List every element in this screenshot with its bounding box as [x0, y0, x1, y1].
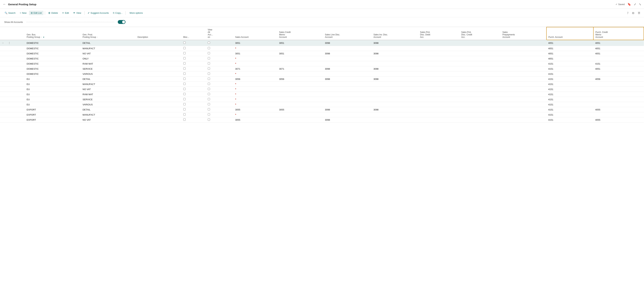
- view-all-checkbox[interactable]: [206, 51, 234, 56]
- row-context-menu[interactable]: [6, 117, 25, 122]
- suggest-accounts-button[interactable]: ✔ Suggest Accounts: [86, 11, 110, 15]
- row-context-menu[interactable]: [6, 102, 25, 107]
- row-context-menu[interactable]: [6, 71, 25, 77]
- table-row[interactable]: EXPORTNO VAT3055309841514055: [0, 117, 644, 122]
- view-all-checkbox[interactable]: [206, 66, 234, 71]
- table-row[interactable]: EUDETAIL305630563098309841514056: [0, 77, 644, 82]
- col-sales-credit[interactable]: Sales CreditMemoAccount: [277, 27, 323, 40]
- bloc-checkbox[interactable]: [182, 97, 206, 102]
- row-context-menu[interactable]: [6, 112, 25, 117]
- share-button[interactable]: ⤢: [634, 3, 636, 6]
- col-sales-pmt-debit[interactable]: Sales Pmt.Disc. DebitAcc.: [418, 27, 460, 40]
- list-view-button[interactable]: ☰: [637, 11, 641, 15]
- bloc-checkbox[interactable]: [182, 92, 206, 97]
- col-sales-account[interactable]: Sales Account: [234, 27, 277, 40]
- table-row[interactable]: DOMESTICRAW MAT*41514151: [0, 61, 644, 66]
- table-row[interactable]: EUMANUFACT*4151: [0, 82, 644, 87]
- table-container[interactable]: Gen. Bus.Posting Group ↑ ▼ Gen. Prod.Pos…: [0, 27, 644, 293]
- row-context-menu[interactable]: [6, 97, 25, 102]
- table-row[interactable]: →⋮DOMESTICDETAIL305130513098309840514051: [0, 40, 644, 46]
- row-context-menu[interactable]: [6, 46, 25, 51]
- copy-button[interactable]: ⎘ Copy...: [111, 11, 124, 15]
- bloc-checkbox[interactable]: [182, 107, 206, 112]
- col-gen-prod-posting[interactable]: Gen. Prod.Posting Group ↑: [81, 27, 136, 40]
- table-row[interactable]: DOMESTICONLY*4051: [0, 56, 644, 61]
- col-bloc[interactable]: Bloc...: [182, 27, 206, 40]
- row-context-menu[interactable]: [6, 87, 25, 92]
- bloc-checkbox[interactable]: [182, 71, 206, 77]
- view-all-checkbox[interactable]: [206, 112, 234, 117]
- purch-credit-memo: 4055: [594, 107, 644, 112]
- table-row[interactable]: DOMESTICSERVICE307130713098309841514051: [0, 66, 644, 71]
- filter-icon-button[interactable]: ⊟: [631, 11, 636, 15]
- bloc-checkbox[interactable]: [182, 87, 206, 92]
- view-all-checkbox[interactable]: [206, 61, 234, 66]
- row-context-menu[interactable]: [6, 107, 25, 112]
- row-context-menu[interactable]: [6, 82, 25, 87]
- share-icon-button[interactable]: ⤴: [626, 11, 630, 15]
- table-row[interactable]: EUSERVICE*4151: [0, 97, 644, 102]
- bookmark-button[interactable]: 🔖: [628, 3, 631, 6]
- view-all-checkbox[interactable]: [206, 102, 234, 107]
- more-options-button[interactable]: More options: [128, 11, 144, 15]
- row-context-menu[interactable]: [6, 51, 25, 56]
- bloc-checkbox[interactable]: [182, 112, 206, 117]
- row-context-menu[interactable]: [6, 92, 25, 97]
- edit-button[interactable]: ✏ Edit: [60, 11, 71, 15]
- col-view-all[interactable]: ViewAllAcc...on: [206, 27, 234, 40]
- view-button[interactable]: 👁 View: [71, 11, 83, 15]
- context-menu-button[interactable]: ⋮: [8, 41, 11, 45]
- view-all-checkbox[interactable]: [206, 92, 234, 97]
- purch-account: 4051: [546, 51, 594, 56]
- col-sales-prepayments[interactable]: SalesPrepaymentsAccount: [501, 27, 546, 40]
- view-all-checkbox[interactable]: [206, 71, 234, 77]
- search-button[interactable]: 🔍 Search: [3, 11, 17, 15]
- collapse-button[interactable]: ⤡: [639, 3, 641, 6]
- col-sales-inv-disc[interactable]: Sales Inv. Disc.Account: [372, 27, 418, 40]
- table-row[interactable]: EURAW MAT*4151: [0, 92, 644, 97]
- table-row[interactable]: DOMESTICMANUFACT*40514051: [0, 46, 644, 51]
- col-sales-line-disc[interactable]: Sales Line Disc.Account: [323, 27, 372, 40]
- table-row[interactable]: EXPORTMANUFACT*4151: [0, 112, 644, 117]
- bloc-checkbox[interactable]: [182, 77, 206, 82]
- row-context-menu[interactable]: [6, 66, 25, 71]
- bloc-checkbox[interactable]: [182, 82, 206, 87]
- back-button[interactable]: ←: [3, 3, 6, 6]
- bloc-checkbox[interactable]: [182, 51, 206, 56]
- bloc-checkbox[interactable]: [182, 56, 206, 61]
- view-all-checkbox[interactable]: [206, 40, 234, 46]
- bloc-checkbox[interactable]: [182, 46, 206, 51]
- table-row[interactable]: EUNO VAT*4151: [0, 87, 644, 92]
- col-purch-credit[interactable]: Purch. CreditMemoAccount: [594, 27, 644, 40]
- show-all-accounts-toggle[interactable]: [118, 20, 126, 24]
- delete-button[interactable]: 🗑 Delete: [46, 11, 60, 15]
- plus-icon: +: [20, 12, 21, 14]
- view-all-checkbox[interactable]: [206, 87, 234, 92]
- bloc-checkbox[interactable]: [182, 117, 206, 122]
- bloc-checkbox[interactable]: [182, 66, 206, 71]
- view-all-checkbox[interactable]: [206, 56, 234, 61]
- view-all-checkbox[interactable]: [206, 107, 234, 112]
- view-all-checkbox[interactable]: [206, 82, 234, 87]
- view-all-checkbox[interactable]: [206, 46, 234, 51]
- col-gen-bus-posting[interactable]: Gen. Bus.Posting Group ↑ ▼: [25, 27, 81, 40]
- row-context-menu[interactable]: [6, 61, 25, 66]
- table-row[interactable]: DOMESTICVARIOUS*4151: [0, 71, 644, 77]
- col-purch-account[interactable]: Purch. Account: [546, 27, 594, 40]
- view-all-checkbox[interactable]: [206, 97, 234, 102]
- edit-list-button[interactable]: ⊞ Edit List: [29, 11, 44, 15]
- bloc-checkbox[interactable]: [182, 40, 206, 46]
- new-button[interactable]: + New: [18, 11, 28, 15]
- row-context-menu[interactable]: ⋮: [6, 40, 25, 46]
- table-row[interactable]: EUVARIOUS*4151: [0, 102, 644, 107]
- row-context-menu[interactable]: [6, 77, 25, 82]
- table-row[interactable]: EXPORTDETAIL305530553098309841514055: [0, 107, 644, 112]
- bloc-checkbox[interactable]: [182, 102, 206, 107]
- bloc-checkbox[interactable]: [182, 61, 206, 66]
- col-description[interactable]: Description: [136, 27, 182, 40]
- view-all-checkbox[interactable]: [206, 117, 234, 122]
- col-sales-pmt-credit[interactable]: Sales Pmt.Disc. CreditAcc.: [460, 27, 500, 40]
- view-all-checkbox[interactable]: [206, 77, 234, 82]
- row-context-menu[interactable]: [6, 56, 25, 61]
- table-row[interactable]: DOMESTICNO VAT305130513098309840514051: [0, 51, 644, 56]
